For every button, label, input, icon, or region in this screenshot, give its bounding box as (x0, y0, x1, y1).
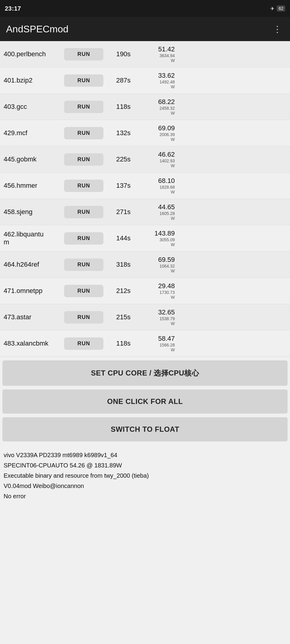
footer-line-3: Executable binary and resource from twy_… (4, 470, 286, 481)
benchmark-time: 118s (108, 103, 138, 111)
benchmark-time: 190s (108, 50, 138, 58)
battery-level: 62 (279, 6, 283, 11)
benchmark-score: 46.621402.93W (138, 151, 175, 168)
benchmark-name: 483.xalancbmk (4, 340, 64, 347)
benchmark-time: 212s (108, 287, 138, 295)
benchmark-power: 1402.93W (138, 158, 175, 168)
benchmark-power: 1828.68W (138, 185, 175, 194)
run-button-456.hmmer[interactable]: RUN (64, 180, 103, 192)
benchmark-time: 287s (108, 76, 138, 84)
benchmark-name: 462.libquantum (4, 230, 64, 246)
run-button-458.sjeng[interactable]: RUN (64, 206, 103, 218)
benchmark-score: 32.651538.79W (138, 308, 175, 326)
benchmark-score: 68.101828.68W (138, 177, 175, 194)
status-bar: 23:17 ✈ 62 (0, 0, 290, 17)
toolbar: AndSPECmod ⋮ (0, 17, 290, 41)
menu-button[interactable]: ⋮ (271, 22, 284, 37)
benchmark-score: 44.651605.28W (138, 203, 175, 221)
benchmark-name: 458.sjeng (4, 208, 64, 216)
airplane-icon: ✈ (270, 6, 274, 11)
run-button-445.gobmk[interactable]: RUN (64, 153, 103, 166)
benchmark-power: 1064.32W (138, 264, 175, 273)
run-button-429.mcf[interactable]: RUN (64, 127, 103, 139)
table-row: 429.mcfRUN132s69.092006.39W (0, 120, 290, 146)
benchmark-name: 464.h264ref (4, 261, 64, 268)
footer-line-4: V0.04mod Weibo@ioncannon (4, 481, 286, 491)
status-time: 23:17 (5, 5, 21, 12)
action-buttons: SET CPU CORE / 选择CPU核心 ONE CLICK FOR ALL… (0, 357, 290, 445)
status-icons: ✈ 62 (270, 5, 285, 11)
table-row: 462.libquantumRUN144s143.893055.09W (0, 225, 290, 252)
footer: vivo V2339A PD2339 mt6989 k6989v1_64 SPE… (0, 445, 290, 509)
run-button-400.perlbench[interactable]: RUN (64, 48, 103, 60)
benchmark-name: 403.gcc (4, 103, 64, 111)
benchmark-time: 215s (108, 313, 138, 321)
benchmark-time: 132s (108, 129, 138, 137)
benchmark-score: 58.471566.28W (138, 335, 175, 352)
run-button-462.libquantum[interactable]: RUN (64, 232, 103, 245)
benchmark-power: 3634.94W (138, 53, 175, 63)
benchmark-list: 400.perlbenchRUN190s51.423634.94W401.bzi… (0, 41, 290, 357)
run-button-464.h264ref[interactable]: RUN (64, 259, 103, 271)
footer-line-1: vivo V2339A PD2339 mt6989 k6989v1_64 (4, 450, 286, 460)
table-row: 464.h264refRUN318s69.591064.32W (0, 252, 290, 278)
benchmark-score: 68.222458.32W (138, 98, 175, 115)
table-row: 458.sjengRUN271s44.651605.28W (0, 199, 290, 225)
benchmark-power: 1538.79W (138, 316, 175, 326)
table-row: 473.astarRUN215s32.651538.79W (0, 304, 290, 330)
run-button-483.xalancbmk[interactable]: RUN (64, 337, 103, 350)
benchmark-power: 2458.32W (138, 106, 175, 115)
benchmark-score: 51.423634.94W (138, 45, 175, 63)
benchmark-name: 401.bzip2 (4, 76, 64, 84)
benchmark-time: 318s (108, 261, 138, 268)
set-cpu-button[interactable]: SET CPU CORE / 选择CPU核心 (2, 360, 288, 386)
switch-to-float-button[interactable]: SWITCH TO FLOAT (2, 417, 288, 441)
one-click-button[interactable]: ONE CLICK FOR ALL (2, 389, 288, 414)
run-button-473.astar[interactable]: RUN (64, 311, 103, 324)
benchmark-score: 33.621492.48W (138, 72, 175, 89)
benchmark-score: 29.481730.73W (138, 282, 175, 300)
benchmark-score: 69.092006.39W (138, 124, 175, 142)
benchmark-time: 118s (108, 340, 138, 347)
table-row: 471.omnetppRUN212s29.481730.73W (0, 278, 290, 304)
battery-indicator: 62 (277, 5, 285, 11)
benchmark-power: 1730.73W (138, 290, 175, 300)
benchmark-power: 1492.48W (138, 80, 175, 89)
benchmark-name: 429.mcf (4, 129, 64, 137)
benchmark-score: 143.893055.09W (138, 229, 175, 247)
benchmark-time: 137s (108, 182, 138, 190)
benchmark-time: 225s (108, 155, 138, 163)
run-button-471.omnetpp[interactable]: RUN (64, 285, 103, 297)
benchmark-score: 69.591064.32W (138, 256, 175, 273)
benchmark-name: 456.hmmer (4, 182, 64, 190)
run-button-401.bzip2[interactable]: RUN (64, 74, 103, 87)
app-title: AndSPECmod (6, 24, 68, 35)
table-row: 483.xalancbmkRUN118s58.471566.28W (0, 330, 290, 357)
benchmark-power: 2006.39W (138, 132, 175, 142)
benchmark-name: 400.perlbench (4, 50, 64, 58)
benchmark-time: 144s (108, 234, 138, 242)
table-row: 400.perlbenchRUN190s51.423634.94W (0, 41, 290, 67)
table-row: 445.gobmkRUN225s46.621402.93W (0, 146, 290, 173)
footer-line-2: SPECINT06-CPUAUTO 54.26 @ 1831.89W (4, 460, 286, 470)
benchmark-name: 445.gobmk (4, 155, 64, 163)
benchmark-name: 473.astar (4, 313, 64, 321)
benchmark-name: 471.omnetpp (4, 287, 64, 295)
table-row: 456.hmmerRUN137s68.101828.68W (0, 173, 290, 199)
table-row: 401.bzip2RUN287s33.621492.48W (0, 67, 290, 94)
table-row: 403.gccRUN118s68.222458.32W (0, 94, 290, 120)
benchmark-time: 271s (108, 208, 138, 216)
run-button-403.gcc[interactable]: RUN (64, 101, 103, 113)
benchmark-power: 3055.09W (138, 237, 175, 247)
benchmark-power: 1605.28W (138, 211, 175, 221)
benchmark-power: 1566.28W (138, 343, 175, 352)
footer-line-5: No error (4, 491, 286, 501)
